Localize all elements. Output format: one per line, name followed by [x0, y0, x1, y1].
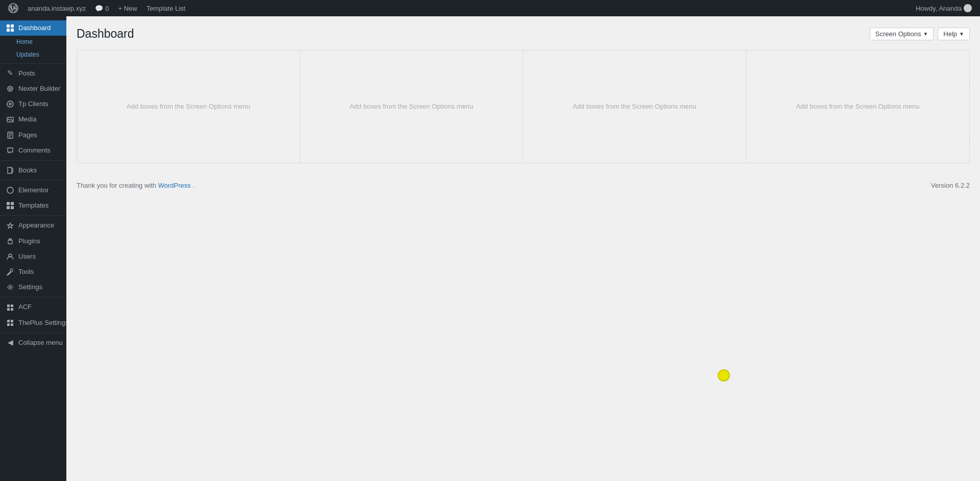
templates-icon: [6, 201, 14, 210]
sidebar-item-comments[interactable]: Comments: [0, 143, 66, 158]
svg-point-5: [8, 86, 13, 91]
svg-rect-32: [7, 320, 10, 322]
sidebar: Dashboard Home Updates ✎ Posts Nexter Bu…: [0, 16, 66, 481]
sidebar-appearance-label: Appearance: [18, 221, 54, 230]
sidebar-nexter-label: Nexter Builder: [18, 84, 60, 93]
screen-options-arrow: ▼: [923, 31, 928, 37]
svg-rect-31: [11, 308, 13, 311]
new-content-item[interactable]: + New: [114, 0, 141, 16]
tools-icon: [6, 268, 14, 276]
wp-logo-icon: [8, 3, 18, 13]
help-button[interactable]: Help ▼: [938, 28, 970, 40]
comment-icon: 💬: [95, 5, 103, 12]
col3-placeholder-text: Add boxes from the Screen Options menu: [573, 103, 696, 110]
new-content-label: + New: [118, 5, 137, 12]
help-label: Help: [943, 30, 957, 38]
user-avatar: [964, 4, 972, 12]
svg-rect-22: [11, 206, 14, 209]
plugins-icon: [6, 237, 14, 245]
page-title: Dashboard: [77, 27, 134, 42]
sidebar-item-nexter-builder[interactable]: Nexter Builder: [0, 81, 66, 96]
sidebar-item-theplus-settings[interactable]: ThePlus Settings: [0, 315, 66, 331]
sidebar-item-appearance[interactable]: Appearance: [0, 218, 66, 233]
footer-wordpress-link[interactable]: WordPress: [158, 182, 191, 189]
theplus-icon: [6, 319, 14, 327]
sidebar-item-label: Dashboard: [18, 23, 51, 33]
books-icon: [6, 166, 14, 174]
media-icon: [6, 115, 14, 123]
svg-rect-14: [8, 167, 12, 173]
sidebar-pages-label: Pages: [18, 131, 37, 140]
dashboard-col-2: Add boxes from the Screen Options menu: [300, 50, 523, 163]
footer-period: .: [192, 182, 194, 189]
sidebar-item-pages[interactable]: Pages: [0, 128, 66, 143]
sidebar-item-collapse[interactable]: ◀ Collapse menu: [0, 335, 66, 350]
sidebar-item-templates[interactable]: Templates: [0, 198, 66, 213]
sidebar-item-books[interactable]: Books: [0, 163, 66, 178]
sidebar-tp-clients-label: Tp Clients: [18, 99, 48, 109]
svg-point-8: [9, 103, 11, 105]
template-list-label: Template List: [146, 5, 186, 12]
sidebar-item-posts[interactable]: ✎ Posts: [0, 66, 66, 81]
sidebar-item-home[interactable]: Home: [0, 36, 66, 48]
help-arrow: ▼: [959, 31, 964, 37]
comments-item[interactable]: 💬 0: [91, 0, 113, 16]
sidebar-item-plugins[interactable]: Plugins: [0, 234, 66, 249]
template-list-item[interactable]: Template List: [142, 0, 190, 16]
footer-thank-you: Thank you for creating with: [77, 182, 156, 189]
dashboard-widget-area: Add boxes from the Screen Options menu A…: [77, 50, 970, 163]
sidebar-item-tools[interactable]: Tools: [0, 264, 66, 280]
dashboard-col-1: Add boxes from the Screen Options menu: [77, 50, 300, 163]
footer-version: Version 6.2.2: [931, 182, 970, 189]
sidebar-theplus-label: ThePlus Settings: [18, 318, 68, 327]
svg-rect-2: [11, 24, 14, 28]
home-label: Home: [16, 38, 33, 46]
sidebar-posts-label: Posts: [18, 69, 35, 78]
svg-rect-4: [11, 29, 14, 32]
svg-rect-28: [7, 305, 10, 307]
screen-options-button[interactable]: Screen Options ▼: [870, 28, 934, 40]
sidebar-elementor-label: Elementor: [18, 186, 48, 195]
collapse-icon: ◀: [6, 339, 14, 347]
wp-footer: Thank you for creating with WordPress . …: [66, 173, 980, 197]
sidebar-item-elementor[interactable]: Elementor: [0, 183, 66, 198]
howdy-item[interactable]: Howdy, Ananda: [912, 0, 976, 16]
svg-rect-20: [11, 202, 14, 205]
site-name-item[interactable]: ananda.instawp.xyz: [23, 0, 90, 16]
svg-rect-3: [7, 29, 10, 32]
svg-rect-21: [7, 206, 10, 209]
sidebar-media-label: Media: [18, 115, 36, 124]
col1-placeholder-text: Add boxes from the Screen Options menu: [127, 103, 250, 110]
svg-point-6: [9, 88, 11, 90]
screen-meta-buttons: Screen Options ▼ Help ▼: [870, 28, 970, 40]
sidebar-item-users[interactable]: Users: [0, 249, 66, 264]
posts-icon: ✎: [6, 69, 14, 78]
sidebar-templates-label: Templates: [18, 201, 48, 210]
howdy-label: Howdy, Ananda: [916, 5, 962, 12]
sidebar-item-media[interactable]: Media: [0, 112, 66, 127]
sidebar-books-label: Books: [18, 166, 37, 175]
screen-options-label: Screen Options: [875, 30, 921, 38]
appearance-icon: [6, 222, 14, 230]
sidebar-users-label: Users: [18, 252, 36, 261]
comment-count: 0: [105, 5, 109, 12]
svg-rect-1: [7, 24, 10, 28]
sidebar-item-settings[interactable]: Settings: [0, 280, 66, 295]
sidebar-item-updates[interactable]: Updates: [0, 48, 66, 61]
dashboard-icon: [6, 24, 14, 32]
sidebar-item-dashboard[interactable]: Dashboard: [0, 20, 66, 36]
acf-icon: [6, 303, 14, 312]
sidebar-plugins-label: Plugins: [18, 237, 40, 246]
sidebar-item-tp-clients[interactable]: Tp Clients: [0, 96, 66, 112]
nexter-builder-icon: [6, 85, 14, 93]
svg-point-27: [9, 286, 11, 288]
settings-icon: [6, 283, 14, 291]
sidebar-item-acf[interactable]: ACF: [0, 299, 66, 315]
svg-rect-35: [11, 323, 13, 326]
tp-clients-icon: [6, 100, 14, 108]
wp-logo-item[interactable]: [4, 0, 22, 16]
svg-rect-19: [7, 202, 10, 205]
dashboard-col-4: Add boxes from the Screen Options menu: [746, 50, 969, 163]
col4-placeholder-text: Add boxes from the Screen Options menu: [796, 103, 919, 110]
users-icon: [6, 252, 14, 261]
